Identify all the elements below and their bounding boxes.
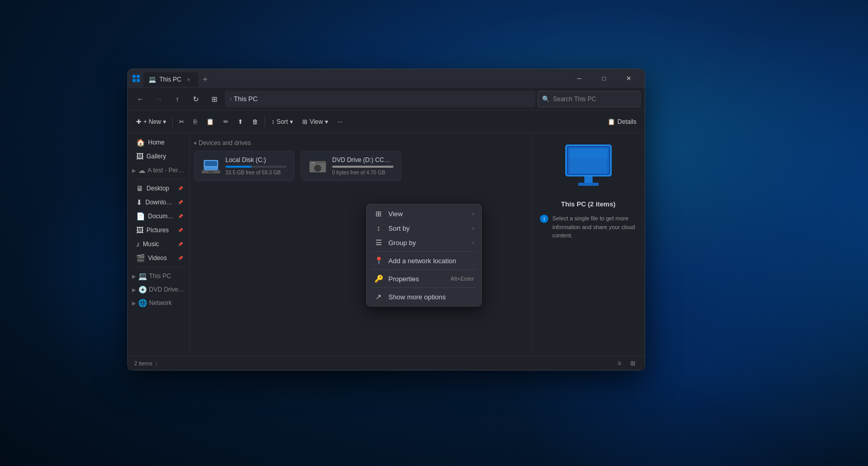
breadcrumb-location: This PC — [234, 95, 257, 103]
sidebar-item-dvd[interactable]: ▶ 💿 DVD Drive (D:) CCC — [128, 283, 189, 296]
details-button[interactable]: 📋 Details — [603, 114, 641, 130]
pc-icon-wrap — [563, 143, 614, 190]
grid-view-button[interactable]: ⊞ — [627, 358, 638, 369]
svg-rect-3 — [137, 79, 140, 82]
ctx-sort-label: Sort by — [388, 224, 467, 232]
sidebar-label-documents: Documents — [148, 213, 175, 220]
sidebar-label-music: Music — [143, 240, 159, 248]
share-button[interactable]: ⬆ — [234, 114, 247, 130]
section-header: ▾ Devices and drives — [194, 137, 527, 151]
sidebar-item-home[interactable]: 🏠 Home — [130, 136, 187, 149]
toolbar-separator-2 — [265, 117, 265, 127]
ctx-sort-by[interactable]: ↕ Sort by › — [369, 221, 479, 235]
forward-button[interactable]: → — [151, 91, 167, 107]
svg-rect-19 — [584, 176, 593, 183]
layout-button[interactable]: ⊞ — [206, 91, 223, 107]
ctx-add-network[interactable]: 📍 Add a network location — [369, 253, 479, 268]
drive-name-c: Local Disk (C:) — [225, 156, 287, 164]
new-icon: ✚ — [136, 118, 141, 125]
sidebar-item-gallery[interactable]: 🖼 Gallery — [130, 150, 187, 163]
pin-icon-documents: 📌 — [178, 214, 183, 219]
ctx-separator-2 — [372, 269, 476, 270]
sort-ctx-icon: ↕ — [374, 224, 383, 232]
drive-bar-bg-d — [332, 166, 394, 168]
sidebar-label-network: Network — [149, 299, 172, 307]
desktop-icon: 🖥 — [136, 184, 143, 192]
delete-button[interactable]: 🗑 — [248, 114, 263, 130]
pin-icon-videos: 📌 — [178, 256, 183, 261]
sidebar-item-music[interactable]: ♪ Music 📌 — [130, 237, 187, 251]
pin-icon-pictures: 📌 — [178, 228, 183, 233]
breadcrumb[interactable]: › This PC — [225, 91, 535, 107]
sidebar: 🏠 Home 🖼 Gallery ▶ ☁ A test - Personal 🖥… — [128, 133, 190, 356]
sidebar-item-desktop[interactable]: 🖥 Desktop 📌 — [130, 182, 187, 195]
sidebar-item-documents[interactable]: 📄 Documents 📌 — [130, 210, 187, 223]
navigation-bar: ← → ↑ ↻ ⊞ › This PC 🔍 Search This PC — [128, 88, 645, 110]
network-icon: 🌐 — [138, 299, 147, 307]
cut-button[interactable]: ✂ — [175, 114, 188, 130]
pin-icon-music: 📌 — [178, 242, 183, 247]
share-icon: ⬆ — [238, 118, 243, 125]
back-button[interactable]: ← — [132, 91, 149, 107]
title-bar: 💻 This PC × + ─ □ ✕ — [128, 69, 645, 88]
drive-item-c[interactable]: Local Disk (C:) 33.5 GB free of 59.3 GB — [194, 151, 294, 181]
properties-shortcut: Alt+Enter — [450, 276, 474, 282]
sidebar-item-thispc[interactable]: ▶ 💻 This PC — [128, 269, 189, 283]
sidebar-label-desktop: Desktop — [146, 185, 169, 192]
search-input[interactable]: 🔍 Search This PC — [537, 91, 641, 107]
ctx-show-more-label: Show more options — [388, 293, 474, 301]
view-arrow: ▾ — [325, 118, 328, 125]
ctx-show-more[interactable]: ↗ Show more options — [369, 290, 479, 304]
sidebar-divider-2 — [132, 267, 185, 267]
drive-space-c: 33.5 GB free of 59.3 GB — [225, 170, 287, 175]
drive-info-c: Local Disk (C:) 33.5 GB free of 59.3 GB — [225, 156, 287, 175]
context-menu: ⊞ View › ↕ Sort by › ☰ Group by › 📍 Add … — [366, 204, 482, 307]
drive-item-d[interactable]: DVD Drive (D:) CCCOMA_X64FRE_EN-US_DV9 0… — [301, 151, 401, 181]
more-button[interactable]: ··· — [333, 114, 347, 130]
sidebar-label-thispc: This PC — [149, 272, 171, 280]
view-button[interactable]: ⊞ View ▾ — [298, 114, 332, 130]
maximize-button[interactable]: □ — [592, 70, 616, 87]
ctx-group-by[interactable]: ☰ Group by › — [369, 235, 479, 250]
new-button[interactable]: ✚ + New ▾ — [132, 114, 170, 130]
drive-icon-c — [202, 157, 220, 175]
sidebar-item-pictures[interactable]: 🖼 Pictures 📌 — [130, 223, 187, 237]
sidebar-label-downloads: Downloads — [145, 199, 175, 206]
tab-this-pc[interactable]: 💻 This PC × — [143, 72, 198, 87]
tab-label: This PC — [159, 76, 182, 83]
pictures-icon: 🖼 — [136, 226, 143, 234]
ctx-view[interactable]: ⊞ View › — [369, 206, 479, 221]
new-tab-button[interactable]: + — [198, 72, 212, 87]
sidebar-item-network[interactable]: ▶ 🌐 Network — [128, 296, 189, 310]
sort-button[interactable]: ↕ Sort ▾ — [267, 114, 297, 130]
refresh-button[interactable]: ↻ — [188, 91, 204, 107]
expand-icon-dvd: ▶ — [132, 287, 136, 293]
more-icon: ··· — [337, 118, 342, 125]
ctx-properties[interactable]: 🔑 Properties Alt+Enter — [369, 271, 479, 286]
svg-rect-0 — [133, 75, 136, 78]
search-placeholder: Search This PC — [553, 95, 596, 103]
sidebar-item-atest[interactable]: ▶ ☁ A test - Personal — [128, 164, 189, 177]
close-button[interactable]: ✕ — [617, 70, 641, 87]
sort-arrow: ▾ — [290, 118, 293, 125]
items-count: 2 items — [134, 360, 152, 366]
tab-close-button[interactable]: × — [185, 75, 193, 84]
new-label: + New — [143, 118, 161, 125]
status-bar: 2 items | ≡ ⊞ — [128, 356, 645, 370]
copy-button[interactable]: ⎘ — [189, 114, 201, 130]
drive-bar-fill-c — [225, 166, 252, 168]
paste-button[interactable]: 📋 — [202, 114, 218, 130]
drive-info-d: DVD Drive (D:) CCCOMA_X64FRE_EN-US_DV9 0… — [332, 156, 394, 175]
svg-rect-1 — [137, 75, 140, 78]
rename-button[interactable]: ✏ — [219, 114, 233, 130]
properties-icon: 🔑 — [374, 275, 383, 283]
section-collapse-icon[interactable]: ▾ — [194, 140, 196, 146]
minimize-button[interactable]: ─ — [567, 70, 591, 87]
sidebar-item-videos[interactable]: 🎬 Videos 📌 — [130, 251, 187, 265]
list-view-button[interactable]: ≡ — [614, 358, 625, 369]
section-label: Devices and drives — [199, 139, 251, 147]
sidebar-label-videos: Videos — [148, 254, 167, 262]
sidebar-item-downloads[interactable]: ⬇ Downloads 📌 — [130, 196, 187, 209]
up-button[interactable]: ↑ — [169, 91, 186, 107]
home-icon: 🏠 — [136, 138, 145, 147]
